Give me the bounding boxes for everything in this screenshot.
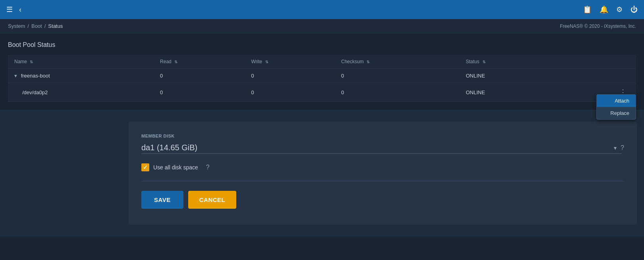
breadcrumb-system[interactable]: System xyxy=(8,23,25,29)
breadcrumb: System / Boot / Status xyxy=(8,23,63,29)
row1-actions xyxy=(557,69,636,83)
row1-checksum: 0 xyxy=(335,69,459,83)
button-row: SAVE CANCEL xyxy=(141,191,624,209)
checkbox-label: Use all disk space xyxy=(153,164,198,171)
checkmark-icon: ✓ xyxy=(143,164,148,171)
col-checksum[interactable]: Checksum ⇅ xyxy=(335,55,459,69)
breadcrumb-sep-1: / xyxy=(27,23,29,29)
select-chevron-icon: ▾ xyxy=(614,145,617,151)
expand-icon[interactable]: ▾ xyxy=(14,73,17,79)
row2-status: ONLINE xyxy=(459,83,557,102)
member-disk-label: Member Disk xyxy=(141,134,624,138)
read-sort-icon: ⇅ xyxy=(174,60,177,64)
main-content: Boot Pool Status Name ⇅ Read ⇅ Write ⇅ xyxy=(0,33,644,110)
member-disk-field: Member Disk da1 (14.65 GiB) ▾ ? xyxy=(141,134,624,154)
form-divider xyxy=(141,181,624,181)
save-button[interactable]: SAVE xyxy=(141,191,183,209)
table-wrapper: Name ⇅ Read ⇅ Write ⇅ Checksum ⇅ xyxy=(8,55,636,102)
row2-read: 0 xyxy=(154,83,245,102)
col-status[interactable]: Status ⇅ xyxy=(459,55,557,69)
breadcrumb-status: Status xyxy=(48,23,63,29)
bell-icon[interactable]: 🔔 xyxy=(600,5,608,14)
power-icon[interactable]: ⏻ xyxy=(631,6,638,14)
row1-name: ▾ freenas-boot xyxy=(8,69,154,83)
context-menu: Attach Replace xyxy=(596,94,636,120)
name-sort-icon: ⇅ xyxy=(30,60,33,64)
col-actions xyxy=(557,55,636,69)
context-menu-replace[interactable]: Replace xyxy=(597,107,636,119)
col-read[interactable]: Read ⇅ xyxy=(154,55,245,69)
dialog-inner: Member Disk da1 (14.65 GiB) ▾ ? ✓ Use al… xyxy=(62,122,582,225)
cancel-button[interactable]: CANCEL xyxy=(188,191,237,209)
table-row: /dev/da0p2 0 0 0 ONLINE ⋮ Attach Replace xyxy=(8,83,636,102)
hamburger-icon[interactable]: ☰ xyxy=(6,5,13,14)
clipboard-icon[interactable]: 📋 xyxy=(583,5,592,14)
write-sort-icon: ⇅ xyxy=(265,60,268,64)
gear-icon[interactable]: ⚙ xyxy=(616,5,623,14)
page-title: Boot Pool Status xyxy=(8,41,636,49)
row2-actions: ⋮ Attach Replace xyxy=(557,83,636,102)
back-icon[interactable]: ‹ xyxy=(19,6,21,14)
status-sort-icon: ⇅ xyxy=(482,60,486,64)
select-wrapper: da1 (14.65 GiB) ▾ ? xyxy=(141,142,624,154)
use-all-disk-checkbox[interactable]: ✓ xyxy=(141,163,149,171)
top-bar-right: 📋 🔔 ⚙ ⏻ xyxy=(583,5,638,14)
member-disk-help-icon[interactable]: ? xyxy=(621,144,624,151)
dialog-form: Member Disk da1 (14.65 GiB) ▾ ? ✓ Use al… xyxy=(129,122,637,225)
breadcrumb-sep-2: / xyxy=(44,23,46,29)
boot-pool-table: Name ⇅ Read ⇅ Write ⇅ Checksum ⇅ xyxy=(8,55,636,102)
row1-read: 0 xyxy=(154,69,245,83)
col-name[interactable]: Name ⇅ xyxy=(8,55,154,69)
breadcrumb-bar: System / Boot / Status FreeNAS® © 2020 -… xyxy=(0,19,644,33)
top-bar-left: ☰ ‹ xyxy=(6,5,21,14)
top-nav-bar: ☰ ‹ 📋 🔔 ⚙ ⏻ xyxy=(0,0,644,19)
row1-write: 0 xyxy=(245,69,335,83)
context-menu-attach[interactable]: Attach xyxy=(597,95,636,107)
checkbox-row: ✓ Use all disk space ? xyxy=(141,163,624,171)
breadcrumb-boot[interactable]: Boot xyxy=(31,23,42,29)
dialog-section-wrapper: Member Disk da1 (14.65 GiB) ▾ ? ✓ Use al… xyxy=(0,110,644,237)
row2-checksum: 0 xyxy=(335,83,459,102)
member-disk-select[interactable]: da1 (14.65 GiB) xyxy=(141,142,622,154)
table-header-row: Name ⇅ Read ⇅ Write ⇅ Checksum ⇅ xyxy=(8,55,636,69)
checksum-sort-icon: ⇅ xyxy=(366,60,370,64)
col-write[interactable]: Write ⇅ xyxy=(245,55,335,69)
row2-write: 0 xyxy=(245,83,335,102)
row2-name: /dev/da0p2 xyxy=(8,83,154,102)
version-text: FreeNAS® © 2020 - iXsystems, Inc. xyxy=(560,23,636,29)
table-row: ▾ freenas-boot 0 0 0 ONLINE xyxy=(8,69,636,83)
checkbox-help-icon[interactable]: ? xyxy=(206,164,210,171)
row1-status: ONLINE xyxy=(459,69,557,83)
